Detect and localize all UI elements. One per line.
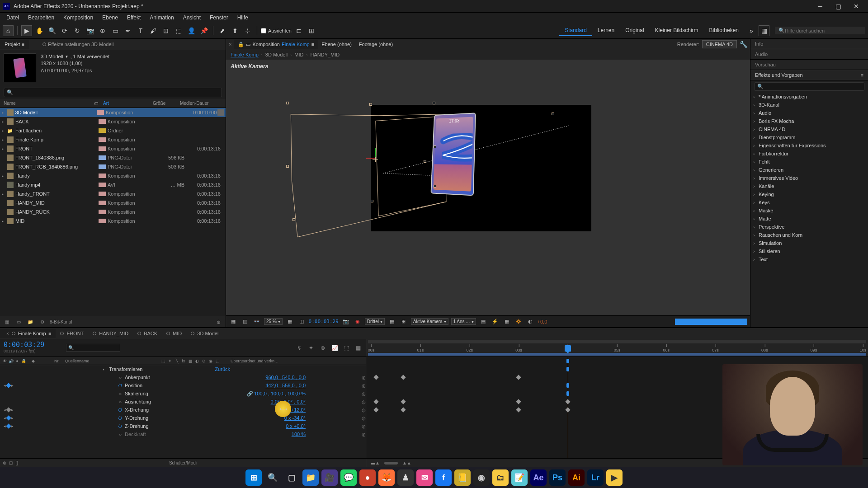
menu-datei[interactable]: Datei	[2, 14, 24, 22]
taskbar-icon[interactable]: ▶	[606, 469, 623, 486]
effect-controls-tab[interactable]: Effekteinstellungen 3D Modell	[38, 40, 118, 49]
taskbar-icon[interactable]: Lr	[587, 469, 604, 486]
bit-depth-label[interactable]: 8-Bit-Kanal	[50, 319, 72, 324]
pan-behind-tool[interactable]: ⊕	[97, 25, 108, 36]
marker[interactable]	[566, 383, 569, 388]
roi-button[interactable]: ◫	[297, 317, 306, 326]
snap-grid-button[interactable]: ⊞	[306, 25, 317, 36]
timeline-timecode[interactable]: 0:00:03:29	[4, 341, 60, 349]
breadcrumb-item[interactable]: Finale Komp	[231, 52, 259, 57]
effects-search[interactable]: 🔍	[754, 82, 864, 91]
workspace-standard[interactable]: Standard	[559, 25, 592, 36]
keyframe[interactable]	[401, 399, 406, 404]
renderer-select[interactable]: CINEMA 4D	[702, 40, 737, 48]
taskbar-icon[interactable]: 📒	[454, 469, 471, 486]
timeline-tab[interactable]: BACK	[133, 329, 162, 338]
project-item[interactable]: ▸ Handy Komposition 0:00:13:16	[0, 171, 226, 180]
keyframe[interactable]	[566, 407, 571, 412]
flowchart-button[interactable]: 🔅	[514, 317, 523, 326]
reset-exposure-button[interactable]: ◐	[526, 317, 535, 326]
taskbar-icon[interactable]: 🗂	[492, 469, 509, 486]
breadcrumb-item[interactable]: MID	[294, 52, 303, 57]
preview-panel-header[interactable]: Vorschau	[750, 60, 868, 70]
effect-category[interactable]: Generieren	[750, 166, 868, 174]
guides-button[interactable]: ▦	[387, 317, 396, 326]
switches-modes-toggle[interactable]: Schalter/Modi	[169, 460, 197, 465]
menu-ansicht[interactable]: Ansicht	[179, 14, 205, 22]
effects-category-list[interactable]: * Animationsvorgaben3D-KanalAudioBoris F…	[750, 93, 868, 327]
effect-category[interactable]: Eigenschaften für Expressions	[750, 141, 868, 150]
keyframe[interactable]	[516, 399, 521, 404]
workspace-overflow[interactable]: »	[746, 27, 757, 34]
project-item[interactable]: FRONT_RGB_1840886.png PNG-Datei 503 KB	[0, 162, 226, 171]
grid-button[interactable]: ⊞	[399, 317, 408, 326]
adjust-button[interactable]: ⚙	[38, 318, 46, 326]
workspace-lernen[interactable]: Lernen	[592, 25, 620, 36]
prop-y-drehung[interactable]: ◂▸ ⏱ Y-Drehung 0 x -34,0° ◎	[0, 414, 366, 422]
close-button[interactable]: ✕	[847, 0, 865, 13]
tl-comp-button[interactable]: ↯	[294, 343, 304, 353]
viewer-timecode[interactable]: 0:00:03:29	[309, 319, 339, 324]
zoom-select[interactable]: 25 % ▾	[264, 318, 283, 325]
keyframe[interactable]	[373, 399, 378, 404]
project-item[interactable]: ▸ 3D Modell Komposition 0:00:10:00	[0, 108, 226, 117]
sync-settings-button[interactable]: ▦	[759, 25, 769, 36]
breadcrumb-item[interactable]: 3D Modell	[265, 52, 288, 57]
taskbar-icon[interactable]: Ai	[568, 469, 585, 486]
comp-view-tab[interactable]: 🔒 ▭ Komposition Finale Komp ≡	[234, 40, 318, 49]
effect-category[interactable]: 3D-Kanal	[750, 101, 868, 109]
marker[interactable]	[566, 367, 569, 371]
effect-category[interactable]: Stilisieren	[750, 247, 868, 255]
workspace-original[interactable]: Original	[620, 25, 649, 36]
marker[interactable]	[566, 391, 569, 396]
mask-button[interactable]: 👓	[252, 317, 261, 326]
tl-render-button[interactable]: ✦	[306, 343, 316, 353]
footage-view-tab[interactable]: Footage (ohne)	[355, 40, 396, 49]
taskbar-icon[interactable]: 🔍	[264, 469, 281, 486]
transparency-grid-button[interactable]: ▥	[241, 317, 250, 326]
snapshot-button[interactable]: 📷	[341, 317, 350, 326]
taskbar-icon[interactable]: ⊞	[245, 469, 262, 486]
toggle-switches-button[interactable]: ⊕	[3, 460, 6, 465]
effect-category[interactable]: CINEMA 4D	[750, 125, 868, 133]
project-item[interactable]: ▸ MID Komposition 0:00:13:16	[0, 216, 226, 225]
camera-select[interactable]: Aktive Kamera ▾	[411, 318, 448, 325]
menu-komposition[interactable]: Komposition	[59, 14, 98, 22]
fast-preview-button[interactable]: ⚡	[491, 317, 500, 326]
audio-panel-header[interactable]: Audio	[750, 49, 868, 60]
resolution-select[interactable]: Drittel ▾	[365, 318, 385, 325]
prop-x-drehung[interactable]: ◂▸ ⏱ X-Drehung 0 x +12,0°⟷ ◎	[0, 406, 366, 414]
snap-edge-button[interactable]: ⊏	[293, 25, 304, 36]
menu-animation[interactable]: Animation	[145, 14, 178, 22]
effect-category[interactable]: Immersives Video	[750, 174, 868, 182]
selection-tool[interactable]: ▶	[21, 25, 32, 36]
zoom-out-icon[interactable]: ▬▲	[371, 460, 380, 465]
phone-layer[interactable]: 17:03	[430, 113, 476, 196]
effect-category[interactable]: Keying	[750, 190, 868, 198]
project-tab[interactable]: Projekt≡	[0, 40, 29, 49]
brush-tool[interactable]: 🖌	[148, 25, 159, 36]
project-item[interactable]: FRONT_1840886.png PNG-Datei 596 KB	[0, 153, 226, 162]
keyframe[interactable]	[373, 375, 378, 380]
effect-category[interactable]: * Animationsvorgaben	[750, 93, 868, 101]
interpret-footage-button[interactable]: ▦	[3, 318, 11, 326]
timeline-zoom-slider[interactable]	[384, 462, 398, 465]
keyframe[interactable]	[566, 399, 571, 404]
effect-category[interactable]: Rauschen und Korn	[750, 231, 868, 239]
taskbar-icon[interactable]: 💬	[340, 469, 357, 486]
world-axis-button[interactable]: ⬆	[230, 25, 241, 36]
taskbar-icon[interactable]: 🎥	[321, 469, 338, 486]
taskbar-icon[interactable]: 📁	[302, 469, 319, 486]
timeline-search-input[interactable]	[66, 344, 120, 352]
timeline-property-rows[interactable]: ▾TransformierenZurück ○ Ankerpunkt 960,0…	[0, 365, 366, 458]
taskbar-icon[interactable]: 🦊	[378, 469, 395, 486]
help-search[interactable]: 🔍	[775, 27, 865, 34]
prop-ausrichtung[interactable]: ○ Ausrichtung 0,0° , 0,0° , 0,0° ◎	[0, 398, 366, 406]
timeline-button[interactable]: ▦	[502, 317, 511, 326]
timeline-tab[interactable]: MID	[162, 329, 186, 338]
effect-category[interactable]: Farbkorrektur	[750, 150, 868, 158]
exposure-value[interactable]: +0,0	[538, 319, 547, 324]
prop-deckkraft[interactable]: ○ Deckkraft 100 % ◎	[0, 430, 366, 438]
project-search[interactable]: 🔍	[4, 88, 222, 97]
prop-ankerpunkt[interactable]: ○ Ankerpunkt 960,0 , 540,0 , 0,0 ◎	[0, 373, 366, 381]
